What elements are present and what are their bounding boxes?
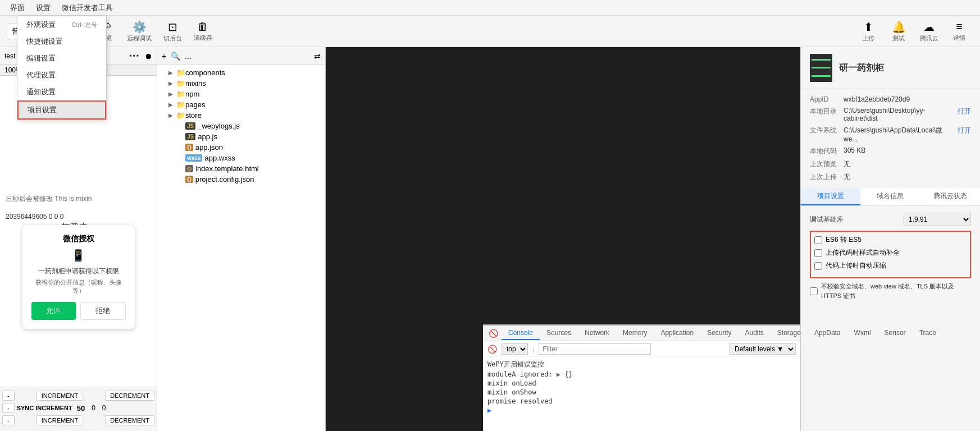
dropdown-item-外观设置[interactable]: 外观设置 Ctrl+逗号	[17, 16, 106, 33]
clear-console-button[interactable]: 🚫	[487, 345, 497, 354]
console-expand-arrow[interactable]: ▶	[557, 370, 560, 378]
split-pane-button[interactable]: ⇄	[314, 52, 321, 61]
decrement-button-1[interactable]: DECREMENT	[105, 391, 154, 401]
remote-debug-button[interactable]: ⚙️ 远程调试	[122, 18, 156, 45]
tab-appdata[interactable]: AppData	[808, 327, 847, 340]
tree-file-wepylogs[interactable]: JS _wepylogs.js	[157, 121, 325, 131]
tree-file-project-config[interactable]: {} project.config.json	[157, 174, 325, 185]
tencent-cloud-button[interactable]: ☁ 腾讯云	[915, 18, 943, 45]
toolbar-right: ⬆ 上传 🔔 测试 ☁ 腾讯云 ≡ 详情	[854, 18, 973, 45]
right-tab-project[interactable]: 项目设置	[801, 188, 860, 205]
tab-memory[interactable]: Memory	[616, 327, 654, 340]
bottom-row-sync: - SYNC INCREMENT 50 0 0	[2, 403, 154, 413]
tree-file-appjson[interactable]: {} app.json	[157, 142, 325, 153]
icon-line-3	[812, 75, 831, 77]
tab-sensor[interactable]: Sensor	[878, 327, 913, 340]
file-panel: + 🔍 ... ⇄ ▶ 📁 components ▶ 📁 mixins ▶ 📁 …	[157, 47, 326, 431]
console-line: moduleA ignored: ▶ {}	[487, 370, 796, 379]
tab-application[interactable]: Application	[654, 327, 700, 340]
tab-trace[interactable]: Trace	[913, 327, 943, 340]
local-dir-link[interactable]: 打开	[958, 107, 971, 116]
tab-storage[interactable]: Storage	[771, 327, 808, 340]
debug-base-select[interactable]: 1.9.91	[904, 213, 971, 226]
js-badge: JS	[185, 122, 195, 130]
console-arrow-prompt[interactable]: ▶	[487, 406, 796, 415]
menu-item-设置[interactable]: 设置	[30, 1, 56, 15]
no-validate-checkbox[interactable]	[810, 287, 818, 295]
tree-folder-components[interactable]: ▶ 📁 components	[157, 67, 325, 78]
sim-title: test	[4, 52, 15, 60]
js-badge: JS	[185, 133, 195, 140]
clear-button[interactable]: 🗑 清缓存	[189, 18, 217, 44]
appid-row: AppID wxbf1a2ebbdeb720d9	[810, 94, 971, 105]
right-tab-tencent[interactable]: 腾讯云状态	[920, 188, 980, 205]
details-button[interactable]: ≡ 详情	[945, 18, 973, 44]
html-badge: ◇	[185, 165, 193, 172]
upload-style-checkbox[interactable]	[814, 249, 822, 257]
dropdown-item-项目设置[interactable]: 项目设置	[17, 100, 106, 120]
tree-folder-store[interactable]: ▶ 📁 store	[157, 110, 325, 121]
right-tabs: 项目设置 域名信息 腾讯云状态	[801, 188, 980, 206]
file-name: project.config.json	[195, 175, 254, 184]
file-name: app.js	[198, 132, 217, 141]
tab-security[interactable]: Security	[700, 327, 738, 340]
tree-folder-mixins[interactable]: ▶ 📁 mixins	[157, 78, 325, 89]
console-top-select[interactable]: top	[502, 343, 528, 355]
console-level-select[interactable]: Default levels ▼	[730, 343, 796, 355]
increment-button-2[interactable]: INCREMENT	[37, 415, 83, 425]
tree-folder-pages[interactable]: ▶ 📁 pages	[157, 99, 325, 110]
test-button[interactable]: 🔔 测试	[885, 18, 913, 45]
minus-button-2[interactable]: -	[2, 415, 15, 425]
no-validate-text: 不校验安全域名、web-view 域名、TLS 版本以及HTTPS 证书	[821, 282, 954, 300]
tab-wxml[interactable]: Wxml	[847, 327, 878, 340]
fs-link[interactable]: 打开	[958, 126, 971, 135]
wxss-badge: wxss	[185, 154, 202, 162]
sim-dots: •••	[129, 52, 140, 60]
folder-icon: 📁	[176, 90, 185, 98]
tencent-cloud-icon: ☁	[923, 20, 935, 34]
app-icon	[810, 54, 832, 82]
dropdown-item-通知设置[interactable]: 通知设置	[17, 84, 106, 100]
more-file-button[interactable]: ...	[185, 52, 192, 61]
local-code-row: 本地代码 305 KB	[810, 145, 971, 158]
right-tab-domain[interactable]: 域名信息	[860, 188, 920, 205]
tab-sources[interactable]: Sources	[540, 327, 578, 340]
tab-network[interactable]: Network	[578, 327, 616, 340]
compress-checkbox[interactable]	[814, 262, 822, 270]
tree-file-index-template[interactable]: ◇ index.template.html	[157, 163, 325, 174]
tree-file-appwxss[interactable]: wxss app.wxss	[157, 153, 325, 163]
es6-checkbox[interactable]	[814, 236, 822, 244]
increment-button-1[interactable]: INCREMENT	[37, 391, 83, 401]
main-content: test ••• ⏺ 100% 🔋 加载中... 三秒后会被修改 This is…	[0, 47, 980, 431]
dropdown-item-快捷键设置[interactable]: 快捷键设置	[17, 33, 106, 50]
tab-console[interactable]: Console	[502, 327, 540, 340]
tab-audits[interactable]: Audits	[739, 327, 771, 340]
menu-item-界面[interactable]: 界面	[4, 1, 30, 15]
allow-button[interactable]: 允许	[31, 302, 76, 320]
devtools-toolbar: 🚫 top | Default levels ▼	[483, 341, 800, 357]
search-file-button[interactable]: 🔍	[171, 52, 180, 61]
tree-folder-npm[interactable]: ▶ 📁 npm	[157, 89, 325, 99]
sim-record-btn[interactable]: ⏺	[144, 52, 152, 61]
console-filter-input[interactable]	[539, 343, 651, 355]
icon-line-1	[812, 59, 831, 61]
upload-button[interactable]: ⬆ 上传	[854, 18, 882, 45]
info-table: AppID wxbf1a2ebbdeb720d9 本地目录 C:\Users\g…	[801, 89, 980, 188]
backend-button[interactable]: ⊡ 切后台	[158, 18, 186, 45]
folder-name: pages	[185, 100, 205, 109]
sync-minus-button[interactable]: -	[2, 403, 15, 413]
decrement-button-2[interactable]: DECREMENT	[105, 415, 154, 425]
remote-debug-icon: ⚙️	[133, 20, 147, 34]
sim-number: 20396449605 0 0 0	[6, 213, 63, 221]
menu-item-微信开发者工具[interactable]: 微信开发者工具	[56, 1, 118, 15]
tree-file-appjs[interactable]: JS app.js	[157, 131, 325, 142]
right-header: 研一药剂柜	[801, 47, 980, 89]
dropdown-item-代理设置[interactable]: 代理设置	[17, 67, 106, 84]
upload-icon: ⬆	[864, 20, 873, 34]
devtools-prohibit-icon[interactable]: 🚫	[485, 327, 502, 340]
dropdown-item-编辑设置[interactable]: 编辑设置	[17, 50, 106, 67]
deny-button[interactable]: 拒绝	[80, 302, 126, 320]
minus-button-1[interactable]: -	[2, 391, 15, 401]
add-file-button[interactable]: +	[162, 52, 166, 61]
backend-icon: ⊡	[168, 20, 177, 34]
